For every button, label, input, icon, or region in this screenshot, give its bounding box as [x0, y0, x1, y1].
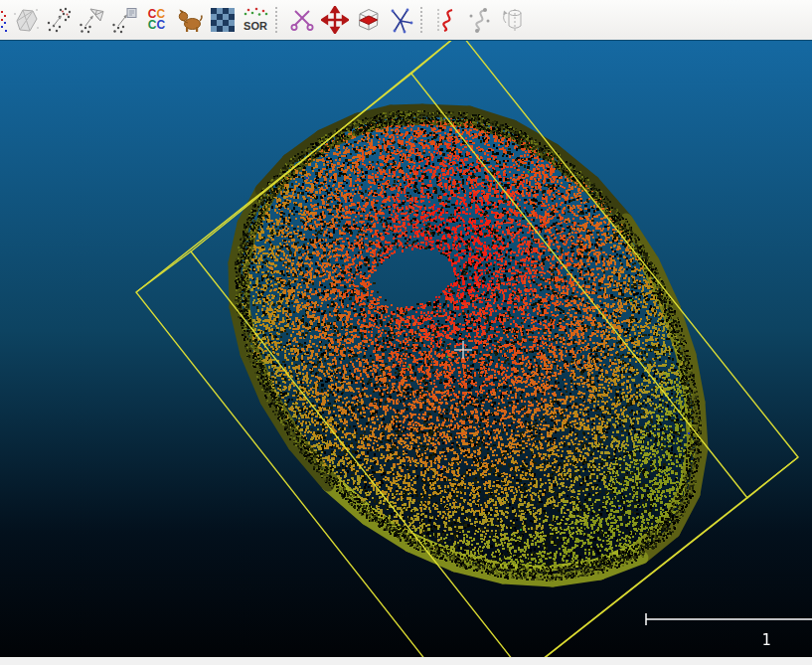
blue-asterisk-icon[interactable] — [384, 2, 416, 38]
cloudcompare-logo-icon[interactable]: CC CC — [140, 2, 173, 38]
point-label-icon[interactable] — [107, 2, 140, 38]
toolbar: CC CC SOR — [0, 0, 812, 40]
sor-filter-icon[interactable]: SOR — [239, 2, 271, 38]
cc-letter: C — [148, 18, 157, 32]
subsample-icon[interactable] — [42, 2, 75, 38]
unroll-icon[interactable] — [496, 2, 529, 38]
cloud-to-mesh-icon[interactable] — [75, 2, 107, 38]
clipped-points-icon[interactable] — [0, 2, 9, 38]
bottom-strip — [0, 657, 812, 665]
section-points-icon[interactable] — [463, 2, 496, 38]
point-cloud-canvas[interactable] — [0, 41, 812, 658]
mesh-delaunay-icon[interactable] — [9, 2, 42, 38]
translate-rotate-icon[interactable] — [318, 2, 351, 38]
cc-letter: C — [157, 18, 166, 32]
cross-section-icon[interactable] — [351, 2, 384, 38]
extract-sections-icon[interactable] — [430, 2, 463, 38]
canupo-dog-icon[interactable] — [173, 2, 206, 38]
toolbar-separator — [420, 7, 426, 33]
3d-viewport[interactable]: 1 — [0, 40, 812, 657]
toolbar-separator — [275, 7, 281, 33]
scissors-segment-icon[interactable] — [285, 2, 318, 38]
sor-label: SOR — [244, 20, 267, 32]
csf-checker-icon[interactable] — [206, 2, 239, 38]
